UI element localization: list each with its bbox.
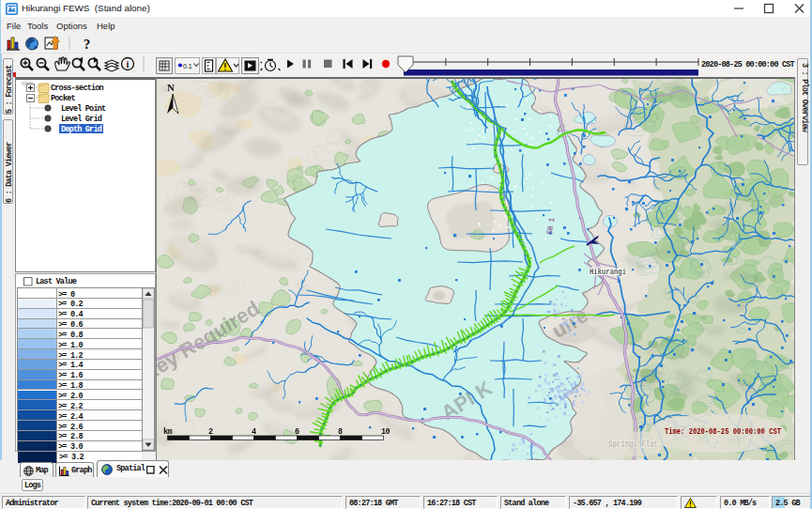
svg-text:?: ? bbox=[84, 37, 90, 52]
svg-text:Time: 2020-08-25 00:00:00 CST: Time: 2020-08-25 00:00:00 CST bbox=[665, 426, 781, 437]
svg-text:km: km bbox=[163, 427, 173, 437]
svg-text:Hikurangi: Hikurangi bbox=[590, 268, 626, 277]
svg-text:i: i bbox=[126, 59, 129, 69]
svg-text:N: N bbox=[167, 82, 175, 93]
svg-text:0.1: 0.1 bbox=[183, 63, 192, 69]
svg-text:2: 2 bbox=[208, 427, 213, 437]
svg-text:4: 4 bbox=[252, 427, 256, 437]
svg-text:8: 8 bbox=[338, 427, 343, 437]
svg-text:10: 10 bbox=[381, 427, 391, 437]
svg-text:6: 6 bbox=[295, 427, 299, 437]
